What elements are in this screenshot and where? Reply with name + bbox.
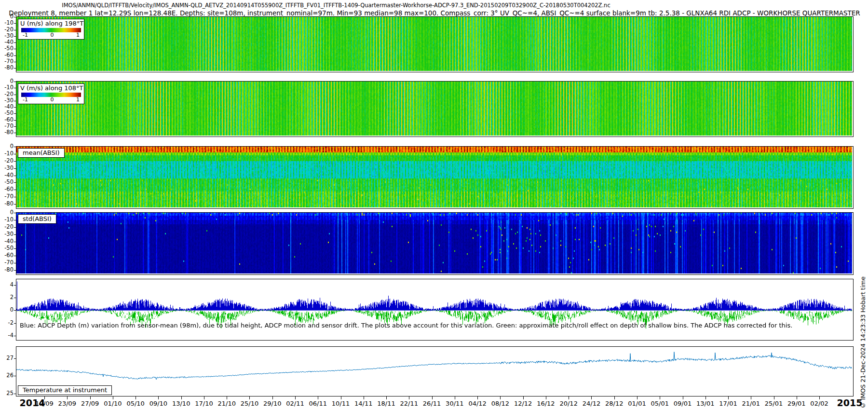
y-tick-label: -70 xyxy=(4,123,14,129)
y-tick-mark xyxy=(14,68,16,68)
y-tick-label: -40 xyxy=(4,40,14,45)
x-tick-mark xyxy=(591,396,592,399)
x-tick-mark xyxy=(272,396,273,399)
x-date-label: 09/10 xyxy=(149,400,167,407)
figure-title-filename: IMOS/ANMN/QLD/ITFFTB/Velocity/IMOS_ANMN-… xyxy=(62,2,610,9)
x-tick-mark xyxy=(249,396,250,399)
x-date-label: 21/10 xyxy=(217,400,235,407)
x-tick-mark xyxy=(819,396,820,399)
v-velocity-heatmap xyxy=(16,82,852,136)
x-date-label: 22/11 xyxy=(400,400,418,407)
x-date-label: 01/01 xyxy=(628,400,646,407)
y-tick-mark xyxy=(14,285,16,286)
x-date-label: 23/09 xyxy=(58,400,76,407)
y-tick-mark xyxy=(14,101,16,101)
y-tick-mark xyxy=(14,227,16,228)
x-tick-mark xyxy=(637,396,637,399)
mean-absi-heatmap xyxy=(16,147,852,207)
y-tick-mark xyxy=(14,147,16,147)
x-tick-mark xyxy=(683,396,683,399)
y-tick-label: -20 xyxy=(4,158,14,164)
y-tick-label: -30 xyxy=(4,232,14,237)
panel-temperature: 272625 Temperature at instrument xyxy=(16,346,854,396)
u-colorbar-tick-labels: -101 xyxy=(18,32,84,39)
x-tick-mark xyxy=(774,396,774,399)
y-tick-mark xyxy=(14,107,16,108)
std-absi-label: std(ABSI) xyxy=(18,214,56,224)
panel-mean-absi: 0-10-20-30-40-50-60-70-80 mean(ABSI) xyxy=(16,146,854,209)
temperature-label: Temperature at instrument xyxy=(18,385,112,395)
y-tick-label: 0 xyxy=(10,144,14,150)
y-tick-label: -60 xyxy=(4,53,14,58)
y-tick-label: 0 xyxy=(10,79,14,84)
y-tick-mark xyxy=(14,126,16,127)
adcp-diagnostic-figure: IMOS/ANMN/QLD/ITFFTB/Velocity/IMOS_ANMN-… xyxy=(0,0,868,410)
v-colorbar-legend: V (m/s) along 108°T -101 xyxy=(18,83,84,104)
x-tick-mark xyxy=(204,396,204,399)
x-date-label: 05/10 xyxy=(126,400,144,407)
y-tick-mark xyxy=(14,55,16,56)
y-tick-label: -50 xyxy=(4,111,14,117)
x-tick-mark xyxy=(364,396,364,399)
panel-v-velocity: 0-10-20-30-40-50-60-70-80 V (m/s) along … xyxy=(16,81,854,137)
y-tick-mark xyxy=(14,113,16,114)
y-tick-label: -20 xyxy=(4,27,14,33)
y-tick-mark xyxy=(14,88,16,88)
colorbar-tick-label: -1 xyxy=(23,32,28,39)
y-tick-mark xyxy=(14,213,16,213)
x-tick-mark xyxy=(751,396,751,399)
mean-absi-label: mean(ABSI) xyxy=(18,148,65,158)
y-tick-mark xyxy=(14,336,16,336)
x-tick-mark xyxy=(386,396,387,399)
y-tick-mark xyxy=(14,376,16,376)
y-tick-mark xyxy=(14,182,16,183)
y-tick-label: -80 xyxy=(4,65,14,71)
x-date-label: 24/12 xyxy=(583,400,600,407)
y-tick-label: -30 xyxy=(4,165,14,171)
x-tick-mark xyxy=(158,396,159,399)
y-tick-label: 27 xyxy=(6,355,14,361)
x-date-label: 13/10 xyxy=(172,400,190,407)
y-tick-label: -70 xyxy=(4,59,14,65)
x-date-label: 30/11 xyxy=(446,400,463,407)
x-date-label: 05/01 xyxy=(651,400,669,407)
y-tick-mark xyxy=(14,36,16,37)
x-tick-mark xyxy=(136,396,136,399)
y-tick-mark xyxy=(14,204,16,205)
x-date-label: 16/12 xyxy=(537,400,555,407)
colorbar-tick-label: 0 xyxy=(50,97,54,103)
y-tick-label: -40 xyxy=(4,239,14,245)
y-tick-label: -60 xyxy=(4,253,14,259)
x-date-label: 28/12 xyxy=(605,400,623,407)
x-tick-mark xyxy=(67,396,68,399)
y-tick-mark xyxy=(14,133,16,133)
y-tick-mark xyxy=(14,242,16,242)
x-tick-mark xyxy=(44,396,45,399)
y-tick-mark xyxy=(14,298,16,298)
y-tick-label: -10 xyxy=(4,21,14,27)
x-date-label: 02/02 xyxy=(810,400,828,407)
colorbar-tick-label: 1 xyxy=(76,32,80,39)
x-date-label: 12/12 xyxy=(514,400,532,407)
figure-subtitle-deployment: Deployment 8, member 1 lat=12.29S lon=12… xyxy=(9,9,860,17)
x-date-label: 01/10 xyxy=(104,400,122,407)
x-tick-mark xyxy=(295,396,296,399)
x-date-label: 10/11 xyxy=(332,400,350,407)
y-tick-label: -10 xyxy=(4,217,14,223)
depth-variation-annotation: Blue: ADCP Depth (m) variation from sens… xyxy=(20,322,792,329)
y-tick-label: 26 xyxy=(6,373,14,379)
y-tick-label: -70 xyxy=(4,194,14,200)
x-date-label: 14/11 xyxy=(354,400,372,407)
x-date-label: 18/11 xyxy=(377,400,395,407)
x-tick-mark xyxy=(500,396,501,399)
y-tick-label: -40 xyxy=(4,104,14,110)
x-tick-mark xyxy=(477,396,478,399)
y-tick-mark xyxy=(14,42,16,43)
y-tick-mark xyxy=(14,270,16,271)
x-date-label: 29/01 xyxy=(787,400,805,407)
panel-std-absi: 0-10-20-30-40-50-60-70-80 std(ABSI) xyxy=(16,212,854,275)
x-date-label: 09/01 xyxy=(674,400,692,407)
std-absi-heatmap xyxy=(16,213,852,273)
y-tick-label: -80 xyxy=(4,130,14,136)
y-tick-label: 25 xyxy=(6,391,14,396)
